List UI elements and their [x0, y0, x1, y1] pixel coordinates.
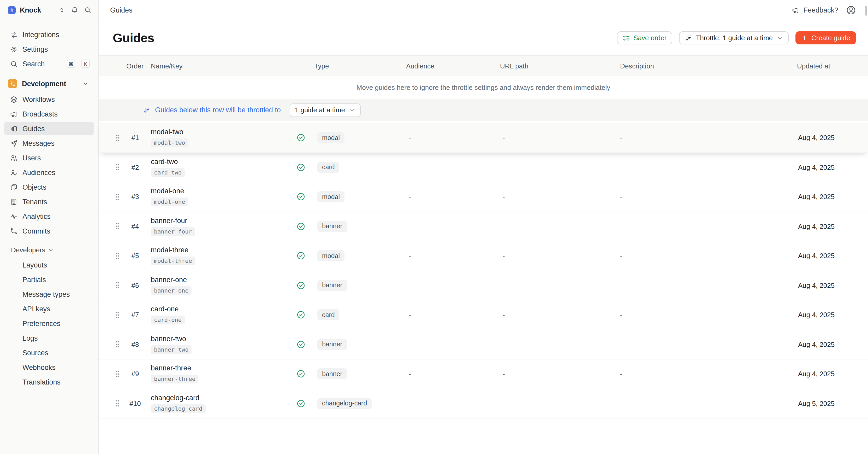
- developers-section-toggle[interactable]: Developers: [4, 244, 94, 255]
- status-check-icon: [293, 193, 308, 201]
- table-row[interactable]: #2 card-two card-two card - - - Aug 4, 2…: [99, 153, 868, 182]
- table-row[interactable]: #1 modal-two modal-two modal - - - Aug 4…: [99, 123, 868, 153]
- vertical-scrollbar[interactable]: [865, 6, 867, 16]
- drag-handle-icon[interactable]: [112, 223, 123, 230]
- table-row[interactable]: #9 banner-three banner-three banner - - …: [99, 360, 868, 389]
- sidebar-item-broadcasts[interactable]: Broadcasts: [4, 107, 94, 121]
- drag-handle-icon[interactable]: [112, 400, 123, 407]
- table-row[interactable]: #6 banner-one banner-one banner - - - Au…: [99, 271, 868, 301]
- sidebar-item-webhooks[interactable]: Webhooks: [16, 360, 94, 375]
- sidebar-item-layouts[interactable]: Layouts: [16, 258, 94, 272]
- throttle-value-select[interactable]: 1 guide at a time: [290, 103, 361, 117]
- topbar: Guides Feedback?: [99, 0, 868, 20]
- url-path-value: -: [500, 164, 620, 171]
- drag-handle-icon[interactable]: [112, 311, 123, 319]
- guide-name: card-two: [151, 158, 178, 166]
- sidebar-item-preferences[interactable]: Preferences: [16, 316, 94, 331]
- sidebar-item-label: Messages: [23, 139, 90, 147]
- chevron-down-icon: [48, 247, 54, 253]
- order-number: #3: [123, 193, 151, 201]
- users-icon: [10, 154, 18, 162]
- updated-at-value: Aug 4, 2025: [797, 370, 868, 378]
- dropzone-hint-text: Move guides here to ignore the throttle …: [356, 84, 611, 91]
- sidebar-item-search[interactable]: Search ⌘ K: [4, 57, 94, 70]
- drag-handle-icon[interactable]: [112, 193, 123, 201]
- status-check-icon: [293, 163, 308, 172]
- create-guide-button[interactable]: Create guide: [795, 31, 856, 45]
- sidebar-item-message-types[interactable]: Message types: [16, 287, 94, 302]
- chevron-down-icon: [349, 107, 355, 113]
- developers-subnav: Layouts Partials Message types API keys …: [16, 258, 94, 389]
- table-row[interactable]: #5 modal-three modal-three modal - - - A…: [99, 242, 868, 271]
- drag-handle-icon[interactable]: [112, 282, 123, 289]
- guide-name: banner-four: [151, 217, 187, 225]
- column-header-audience: Audience: [401, 62, 500, 70]
- updated-at-value: Aug 4, 2025: [797, 223, 868, 230]
- guide-name: modal-three: [151, 246, 188, 254]
- table-header: Order Name/Key Type Audience URL path De…: [99, 55, 868, 76]
- drag-handle-icon[interactable]: [112, 370, 123, 378]
- table-row[interactable]: #8 banner-two banner-two banner - - - Au…: [99, 330, 868, 360]
- sidebar-item-audiences[interactable]: Audiences: [4, 166, 94, 179]
- type-cell: card: [308, 310, 401, 320]
- throttle-dropdown-button[interactable]: Throttle: 1 guide at a time: [679, 31, 788, 45]
- sidebar-item-sources[interactable]: Sources: [16, 345, 94, 360]
- table-row[interactable]: #4 banner-four banner-four banner - - - …: [99, 212, 868, 242]
- type-badge: banner: [317, 369, 347, 379]
- drag-handle-icon[interactable]: [112, 252, 123, 260]
- sidebar-item-workflows[interactable]: Workflows: [4, 92, 94, 106]
- status-check-icon: [293, 311, 308, 319]
- drag-handle-icon[interactable]: [112, 341, 123, 348]
- sidebar-item-users[interactable]: Users: [4, 151, 94, 165]
- table-row[interactable]: #3 modal-one modal-one modal - - - Aug 4…: [99, 182, 868, 212]
- environment-switcher[interactable]: Development: [4, 77, 94, 90]
- column-header-order: Order: [123, 62, 151, 70]
- sidebar-item-label: Settings: [23, 45, 90, 53]
- search-icon[interactable]: [84, 6, 91, 13]
- sidebar-item-guides[interactable]: Guides: [4, 122, 94, 135]
- feedback-button[interactable]: Feedback?: [792, 6, 838, 14]
- sidebar-item-objects[interactable]: Objects: [4, 180, 94, 194]
- sidebar-item-messages[interactable]: Messages: [4, 136, 94, 150]
- sidebar-item-tenants[interactable]: Tenants: [4, 195, 94, 208]
- sidebar-item-label: Commits: [23, 227, 90, 235]
- guides-icon: [10, 124, 18, 133]
- audience-value: -: [401, 223, 500, 230]
- notifications-bell-icon[interactable]: [71, 6, 78, 13]
- status-check-icon: [293, 222, 308, 231]
- immediate-dropzone[interactable]: Move guides here to ignore the throttle …: [99, 76, 868, 99]
- guide-key-badge: banner-four: [151, 227, 195, 236]
- sidebar-item-settings[interactable]: Settings: [4, 42, 94, 56]
- gear-icon: [10, 45, 18, 53]
- sidebar-item-logs[interactable]: Logs: [16, 331, 94, 345]
- audience-value: -: [401, 370, 500, 378]
- throttle-link-label: Guides below this row will be throttled …: [155, 106, 281, 114]
- chevron-down-icon: [83, 81, 89, 87]
- table-row[interactable]: #7 card-one card-one card - - - Aug 4, 2…: [99, 301, 868, 330]
- drag-handle-icon[interactable]: [112, 164, 123, 171]
- breadcrumb[interactable]: Guides: [110, 6, 132, 14]
- page-header: Guides Save order Throttle: 1 guide at a…: [99, 20, 868, 55]
- sidebar-item-api-keys[interactable]: API keys: [16, 302, 94, 316]
- throttle-divider-link[interactable]: Guides below this row will be throttled …: [143, 106, 281, 114]
- save-order-button[interactable]: Save order: [617, 31, 672, 45]
- drag-handle-icon[interactable]: [112, 134, 123, 142]
- guide-key-badge: modal-two: [151, 139, 188, 148]
- user-avatar-icon[interactable]: [846, 5, 856, 15]
- sidebar-item-integrations[interactable]: Integrations: [4, 28, 94, 41]
- k-key-badge: K: [82, 60, 90, 68]
- status-check-icon: [293, 399, 308, 408]
- workspace-switcher-icon[interactable]: [58, 6, 65, 13]
- sidebar-item-commits[interactable]: Commits: [4, 224, 94, 238]
- description-value: -: [620, 282, 797, 289]
- sidebar-item-partials[interactable]: Partials: [16, 272, 94, 287]
- table-row[interactable]: #10 changelog-card changelog-card change…: [99, 389, 868, 419]
- developers-label: Developers: [11, 246, 45, 254]
- status-check-icon: [293, 340, 308, 349]
- type-badge: card: [317, 310, 340, 320]
- guide-name: banner-two: [151, 335, 186, 343]
- sidebar-item-analytics[interactable]: Analytics: [4, 209, 94, 223]
- guide-key-badge: card-two: [151, 168, 185, 177]
- page-title: Guides: [113, 31, 154, 45]
- sidebar-item-translations[interactable]: Translations: [16, 375, 94, 389]
